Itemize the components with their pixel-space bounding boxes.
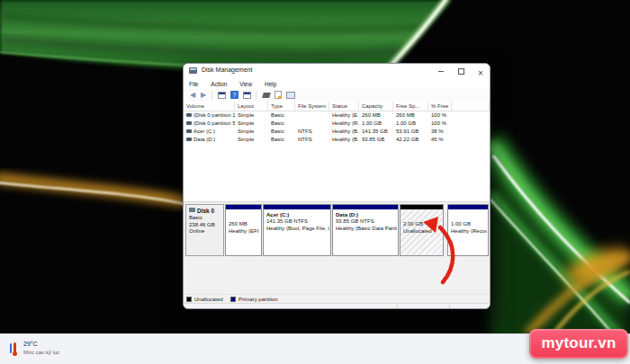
- partition-status: Healthy (EFI: [229, 228, 260, 235]
- cell-layout: Simple: [235, 120, 268, 128]
- legend-unallocated-label: Unallocated: [194, 296, 223, 303]
- toolbar-separator: [212, 91, 212, 100]
- weather-temperature: 29°C: [23, 341, 38, 347]
- cell-fs: NTFS: [295, 136, 329, 144]
- legend-primary-label: Primary partition: [238, 296, 278, 303]
- partition-data-d[interactable]: Data (D:) 93.85 GB NTFS Healthy (Basic D…: [332, 204, 399, 256]
- menu-action[interactable]: Action: [205, 78, 232, 89]
- properties-icon[interactable]: [274, 91, 282, 99]
- console-tree-icon[interactable]: [218, 92, 226, 99]
- cell-pct: 45 %: [428, 136, 452, 144]
- disk-management-window: Disk Management File Action View Help ◀ …: [183, 63, 490, 309]
- cell-type: Basic: [268, 128, 295, 136]
- partition-color-bar: [226, 205, 261, 209]
- menu-help[interactable]: Help: [259, 78, 282, 89]
- col-volume[interactable]: Volume: [184, 102, 235, 111]
- cell-free: 260 MB: [393, 111, 428, 120]
- cell-layout: Simple: [235, 128, 268, 136]
- col-pct-free[interactable]: % Free: [428, 102, 452, 111]
- cell-fs: [295, 111, 329, 120]
- partition-status: Healthy (Recove: [451, 228, 487, 235]
- disk0-status: Online: [189, 228, 223, 235]
- cell-fs: [295, 120, 329, 128]
- col-free-space[interactable]: Free Sp...: [393, 102, 428, 111]
- cell-volume: Acer (C:): [194, 129, 215, 134]
- partition-name: Acer (C:): [266, 211, 329, 218]
- partition-recovery[interactable]: 1.00 GB Healthy (Recove: [447, 204, 489, 256]
- partition-name: Data (D:): [336, 211, 397, 218]
- disk-management-app-icon: [189, 67, 197, 74]
- back-icon[interactable]: ◀: [188, 91, 197, 100]
- minimize-button[interactable]: [432, 64, 450, 78]
- partition-size: 260 MB: [229, 221, 260, 228]
- forward-icon[interactable]: ▶: [199, 91, 208, 100]
- disk-icon: [189, 208, 195, 212]
- partition-unallocated[interactable]: 2.00 GB Unallocated: [400, 204, 444, 256]
- cell-layout: Simple: [235, 136, 268, 144]
- partition-efi[interactable]: 260 MB Healthy (EFI: [225, 204, 262, 256]
- cell-type: Basic: [268, 136, 295, 144]
- menu-file[interactable]: File: [184, 78, 203, 89]
- col-type[interactable]: Type: [268, 102, 295, 111]
- cell-layout: Simple: [235, 111, 268, 120]
- disk0-size: 238.46 GB: [189, 222, 223, 229]
- status-bar: [184, 303, 490, 309]
- cell-status: Healthy (E...: [329, 111, 359, 120]
- cell-type: Basic: [268, 111, 295, 120]
- watermark-badge: mytour.vn: [529, 329, 628, 359]
- cell-status: Healthy (B...: [329, 128, 359, 136]
- window-title: Disk Management: [202, 67, 252, 73]
- close-button[interactable]: [472, 64, 490, 78]
- volume-list-header: Volume Layout Type File System Status Ca…: [184, 102, 490, 111]
- show-panes-icon[interactable]: [286, 92, 295, 99]
- disk-graphical-view: Disk 0 Basic 238.46 GB Online 260 MB Hea…: [184, 201, 490, 295]
- cell-fs: NTFS: [295, 128, 329, 136]
- cell-pct: 100 %: [428, 120, 452, 128]
- partition-status: Healthy (Basic Data Partition: [336, 226, 397, 233]
- maximize-button[interactable]: [452, 64, 470, 78]
- status-pane-divider: [449, 305, 450, 309]
- col-capacity[interactable]: Capacity: [359, 102, 393, 111]
- table-row[interactable]: (Disk 0 partition 5) Simple Basic Health…: [184, 120, 490, 128]
- cell-capacity: 260 MB: [359, 111, 393, 120]
- cell-volume: Data (D:): [194, 137, 215, 142]
- legend-unallocated-swatch: [186, 297, 192, 302]
- partition-acer-c[interactable]: Acer (C:) 141.35 GB NTFS Healthy (Boot, …: [263, 204, 331, 256]
- table-row[interactable]: Data (D:) Simple Basic NTFS Healthy (B..…: [184, 136, 490, 144]
- partition-size: 93.85 GB NTFS: [336, 218, 397, 226]
- disk0-panel[interactable]: Disk 0 Basic 238.46 GB Online: [185, 204, 224, 256]
- toolbar: ◀ ▶ ?: [184, 89, 490, 102]
- cell-status: Healthy (R...: [329, 120, 359, 128]
- partition-status: Healthy (Boot, Page File, Cras: [266, 226, 329, 233]
- partition-color-bar: [448, 205, 488, 209]
- export-list-icon[interactable]: [262, 93, 271, 98]
- volume-list: Volume Layout Type File System Status Ca…: [184, 102, 490, 201]
- help-icon[interactable]: ?: [230, 91, 238, 99]
- table-row[interactable]: Acer (C:) Simple Basic NTFS Healthy (B..…: [184, 128, 490, 136]
- menu-view[interactable]: View: [234, 78, 257, 89]
- console-window-icon[interactable]: [243, 92, 251, 99]
- weather-description: Mức cao kỷ lục: [23, 350, 59, 355]
- cell-capacity: 93.85 GB: [359, 136, 393, 144]
- volume-icon: [186, 129, 192, 133]
- cell-free: 53.91 GB: [393, 128, 428, 136]
- cell-pct: 38 %: [428, 128, 452, 136]
- col-filler: [452, 102, 490, 111]
- legend-primary-swatch: [230, 297, 236, 302]
- table-row[interactable]: (Disk 0 partition 1) Simple Basic Health…: [184, 111, 490, 120]
- menu-bar: File Action View Help: [184, 78, 490, 89]
- partition-status: Unallocated: [403, 228, 442, 235]
- disk0-kind: Basic: [189, 215, 223, 222]
- col-filesystem[interactable]: File System: [295, 102, 329, 111]
- cell-volume: (Disk 0 partition 1): [194, 112, 235, 118]
- cell-free: 1.00 GB: [393, 120, 428, 128]
- col-layout[interactable]: Layout: [235, 102, 268, 111]
- screen: Disk Management File Action View Help ◀ …: [0, 0, 630, 364]
- weather-widget[interactable]: 29°C Mức cao kỷ lục: [4, 338, 81, 361]
- disk0-name: Disk 0: [197, 208, 214, 214]
- window-titlebar[interactable]: Disk Management: [184, 64, 490, 78]
- volume-icon: [186, 138, 192, 141]
- col-status[interactable]: Status: [329, 102, 359, 111]
- partition-size: 2.00 GB: [403, 221, 442, 228]
- volume-icon: [186, 113, 192, 117]
